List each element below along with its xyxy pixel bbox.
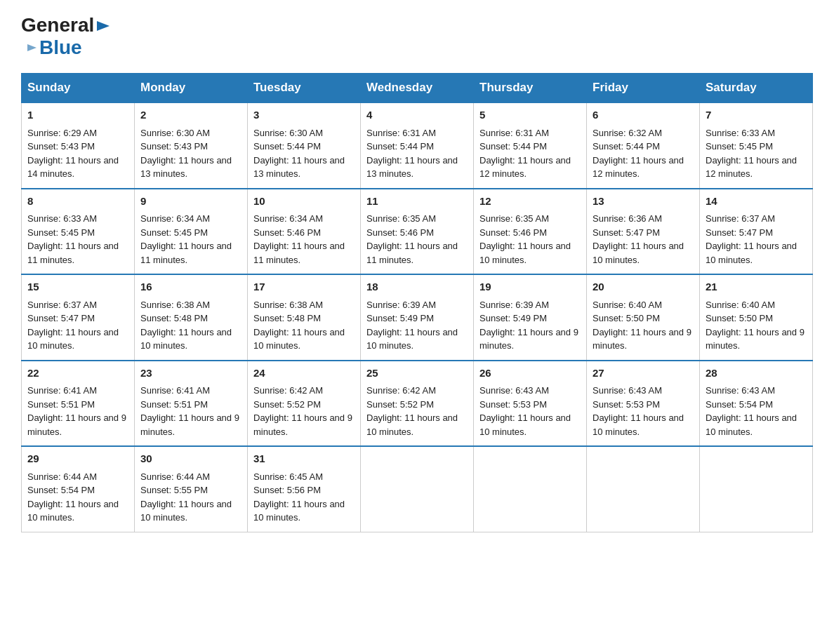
day-number: 26 bbox=[479, 365, 581, 382]
calendar-cell: 13 Sunrise: 6:36 AM Sunset: 5:47 PM Dayl… bbox=[587, 189, 700, 275]
calendar-cell: 21 Sunrise: 6:40 AM Sunset: 5:50 PM Dayl… bbox=[700, 274, 813, 361]
sunset-text: Sunset: 5:46 PM bbox=[253, 227, 321, 238]
calendar-cell: 6 Sunrise: 6:32 AM Sunset: 5:44 PM Dayli… bbox=[587, 102, 700, 189]
calendar-cell: 3 Sunrise: 6:30 AM Sunset: 5:44 PM Dayli… bbox=[248, 102, 361, 189]
sunset-text: Sunset: 5:44 PM bbox=[366, 141, 434, 152]
sunrise-text: Sunrise: 6:41 AM bbox=[27, 385, 97, 396]
calendar-cell: 27 Sunrise: 6:43 AM Sunset: 5:53 PM Dayl… bbox=[587, 361, 700, 447]
week-row-1: 1 Sunrise: 6:29 AM Sunset: 5:43 PM Dayli… bbox=[22, 102, 813, 189]
daylight-text: Daylight: 11 hours and 10 minutes. bbox=[253, 327, 345, 351]
day-number: 1 bbox=[27, 107, 128, 123]
sunrise-text: Sunrise: 6:42 AM bbox=[366, 385, 436, 396]
calendar-cell: 30 Sunrise: 6:44 AM Sunset: 5:55 PM Dayl… bbox=[135, 446, 248, 532]
sunrise-text: Sunrise: 6:30 AM bbox=[140, 128, 210, 138]
calendar-cell: 10 Sunrise: 6:34 AM Sunset: 5:46 PM Dayl… bbox=[248, 189, 361, 275]
daylight-text: Daylight: 11 hours and 9 minutes. bbox=[253, 412, 352, 437]
sunset-text: Sunset: 5:55 PM bbox=[140, 485, 208, 495]
sunset-text: Sunset: 5:44 PM bbox=[479, 141, 547, 152]
sunrise-text: Sunrise: 6:31 AM bbox=[479, 128, 549, 138]
week-row-2: 8 Sunrise: 6:33 AM Sunset: 5:45 PM Dayli… bbox=[22, 189, 813, 275]
sunrise-text: Sunrise: 6:44 AM bbox=[140, 471, 210, 482]
sunrise-text: Sunrise: 6:39 AM bbox=[479, 300, 549, 310]
sunset-text: Sunset: 5:50 PM bbox=[706, 313, 773, 323]
day-number: 28 bbox=[706, 365, 807, 382]
daylight-text: Daylight: 11 hours and 12 minutes. bbox=[706, 155, 797, 180]
sunset-text: Sunset: 5:50 PM bbox=[593, 313, 660, 323]
sunrise-text: Sunrise: 6:40 AM bbox=[706, 300, 775, 310]
sunset-text: Sunset: 5:49 PM bbox=[479, 313, 547, 323]
sunset-text: Sunset: 5:49 PM bbox=[366, 313, 434, 323]
sunrise-text: Sunrise: 6:38 AM bbox=[140, 300, 210, 310]
sunrise-text: Sunrise: 6:42 AM bbox=[253, 385, 323, 396]
sunset-text: Sunset: 5:48 PM bbox=[140, 313, 208, 323]
daylight-text: Daylight: 11 hours and 11 minutes. bbox=[140, 241, 232, 265]
sunrise-text: Sunrise: 6:43 AM bbox=[706, 385, 775, 396]
header-friday: Friday bbox=[587, 74, 700, 103]
calendar-cell: 28 Sunrise: 6:43 AM Sunset: 5:54 PM Dayl… bbox=[700, 361, 813, 447]
calendar-cell: 5 Sunrise: 6:31 AM Sunset: 5:44 PM Dayli… bbox=[474, 102, 587, 189]
sunset-text: Sunset: 5:53 PM bbox=[593, 399, 660, 410]
daylight-text: Daylight: 11 hours and 10 minutes. bbox=[253, 499, 345, 523]
header-tuesday: Tuesday bbox=[248, 74, 361, 103]
sunrise-text: Sunrise: 6:37 AM bbox=[706, 213, 775, 224]
day-number: 30 bbox=[140, 451, 241, 467]
sunrise-text: Sunrise: 6:45 AM bbox=[253, 471, 323, 482]
sunrise-text: Sunrise: 6:44 AM bbox=[27, 471, 97, 482]
calendar-cell: 29 Sunrise: 6:44 AM Sunset: 5:54 PM Dayl… bbox=[22, 446, 135, 532]
sunrise-text: Sunrise: 6:43 AM bbox=[593, 385, 662, 396]
sunrise-text: Sunrise: 6:30 AM bbox=[253, 128, 323, 138]
daylight-text: Daylight: 11 hours and 9 minutes. bbox=[27, 412, 126, 437]
day-number: 24 bbox=[253, 365, 355, 382]
sunrise-text: Sunrise: 6:34 AM bbox=[140, 213, 210, 224]
sunset-text: Sunset: 5:47 PM bbox=[593, 227, 660, 238]
daylight-text: Daylight: 11 hours and 10 minutes. bbox=[479, 241, 571, 265]
calendar-cell bbox=[474, 446, 587, 532]
day-number: 9 bbox=[140, 194, 241, 210]
sunset-text: Sunset: 5:46 PM bbox=[366, 227, 434, 238]
calendar-cell: 31 Sunrise: 6:45 AM Sunset: 5:56 PM Dayl… bbox=[248, 446, 361, 532]
calendar-cell: 11 Sunrise: 6:35 AM Sunset: 5:46 PM Dayl… bbox=[361, 189, 474, 275]
svg-marker-0 bbox=[97, 21, 110, 31]
sunset-text: Sunset: 5:53 PM bbox=[479, 399, 547, 410]
day-number: 10 bbox=[253, 194, 355, 210]
calendar-cell: 24 Sunrise: 6:42 AM Sunset: 5:52 PM Dayl… bbox=[248, 361, 361, 447]
sunrise-text: Sunrise: 6:36 AM bbox=[593, 213, 662, 224]
daylight-text: Daylight: 11 hours and 10 minutes. bbox=[706, 412, 797, 437]
sunset-text: Sunset: 5:43 PM bbox=[140, 141, 208, 152]
day-number: 31 bbox=[253, 451, 355, 467]
sunset-text: Sunset: 5:47 PM bbox=[706, 227, 773, 238]
calendar-cell: 15 Sunrise: 6:37 AM Sunset: 5:47 PM Dayl… bbox=[22, 274, 135, 361]
day-number: 7 bbox=[706, 107, 807, 123]
day-number: 21 bbox=[706, 279, 807, 295]
header-wednesday: Wednesday bbox=[361, 74, 474, 103]
day-number: 11 bbox=[366, 194, 468, 210]
daylight-text: Daylight: 11 hours and 13 minutes. bbox=[140, 155, 232, 180]
calendar-table: SundayMondayTuesdayWednesdayThursdayFrid… bbox=[21, 73, 813, 532]
svg-marker-1 bbox=[27, 44, 37, 51]
daylight-text: Daylight: 11 hours and 9 minutes. bbox=[593, 327, 691, 351]
logo-blue-text: Blue bbox=[39, 36, 82, 59]
calendar-cell bbox=[587, 446, 700, 532]
daylight-text: Daylight: 11 hours and 10 minutes. bbox=[140, 499, 232, 523]
daylight-text: Daylight: 11 hours and 10 minutes. bbox=[140, 327, 232, 351]
sunrise-text: Sunrise: 6:32 AM bbox=[593, 128, 662, 138]
daylight-text: Daylight: 11 hours and 10 minutes. bbox=[593, 412, 684, 437]
day-number: 27 bbox=[593, 365, 694, 382]
sunset-text: Sunset: 5:48 PM bbox=[253, 313, 321, 323]
calendar-cell: 26 Sunrise: 6:43 AM Sunset: 5:53 PM Dayl… bbox=[474, 361, 587, 447]
day-number: 6 bbox=[593, 107, 694, 123]
sunrise-text: Sunrise: 6:41 AM bbox=[140, 385, 210, 396]
logo-general-text: General bbox=[21, 14, 94, 36]
daylight-text: Daylight: 11 hours and 10 minutes. bbox=[366, 327, 458, 351]
calendar-cell: 16 Sunrise: 6:38 AM Sunset: 5:48 PM Dayl… bbox=[135, 274, 248, 361]
sunrise-text: Sunrise: 6:33 AM bbox=[27, 213, 97, 224]
daylight-text: Daylight: 11 hours and 10 minutes. bbox=[27, 327, 119, 351]
daylight-text: Daylight: 11 hours and 10 minutes. bbox=[706, 241, 797, 265]
calendar-cell bbox=[361, 446, 474, 532]
daylight-text: Daylight: 11 hours and 10 minutes. bbox=[593, 241, 684, 265]
calendar-cell: 8 Sunrise: 6:33 AM Sunset: 5:45 PM Dayli… bbox=[22, 189, 135, 275]
day-number: 13 bbox=[593, 194, 694, 210]
sunset-text: Sunset: 5:54 PM bbox=[706, 399, 773, 410]
daylight-text: Daylight: 11 hours and 10 minutes. bbox=[27, 499, 119, 523]
calendar-cell: 9 Sunrise: 6:34 AM Sunset: 5:45 PM Dayli… bbox=[135, 189, 248, 275]
